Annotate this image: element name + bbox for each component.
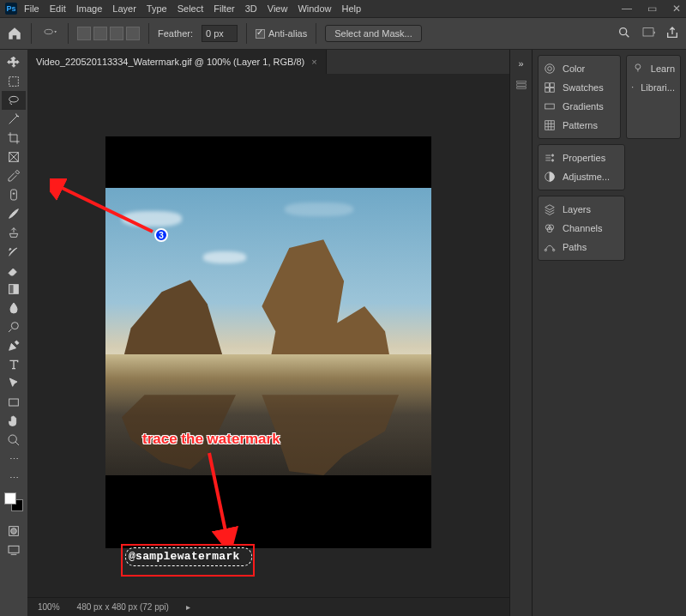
dodge-tool[interactable]: [2, 317, 26, 336]
titlebar: Ps File Edit Image Layer Type Select Fil…: [0, 0, 686, 17]
right-panel-dock: Color Swatches Gradients Patterns Learn …: [532, 50, 686, 616]
menu-edit[interactable]: Edit: [50, 3, 66, 14]
canvas-area[interactable]: 3 trace the watermark @samplewatermark: [27, 74, 509, 597]
search-icon[interactable]: [617, 26, 631, 42]
share-icon[interactable]: [665, 26, 679, 42]
status-bar: 100% 480 px x 480 px (72 ppi) ▸: [27, 597, 509, 616]
options-bar: Feather: Anti-alias Select and Mask...: [0, 17, 686, 50]
edit-toolbar[interactable]: ⋯: [2, 468, 26, 487]
svg-rect-8: [9, 285, 14, 294]
svg-rect-10: [9, 399, 19, 406]
window-close-icon[interactable]: ✕: [672, 3, 681, 15]
panel-properties[interactable]: Properties: [544, 148, 619, 167]
panel-gradients[interactable]: Gradients: [544, 97, 615, 116]
eyedropper-tool[interactable]: [2, 166, 26, 185]
panel-channels[interactable]: Channels: [544, 219, 619, 238]
window-minimize-icon[interactable]: —: [622, 3, 632, 15]
document-tab[interactable]: Video_220520113334_Watermark.gif @ 100% …: [27, 50, 327, 74]
marquee-tool[interactable]: [2, 72, 26, 91]
panel-layers[interactable]: Layers: [544, 200, 619, 219]
svg-point-1: [620, 27, 627, 34]
quickmask-toggle[interactable]: [2, 522, 26, 541]
foreground-background-colors[interactable]: [4, 492, 23, 511]
svg-point-28: [635, 64, 641, 69]
svg-rect-3: [9, 77, 19, 87]
tools-panel: ⋯ ⋯: [0, 50, 27, 616]
menu-3d[interactable]: 3D: [245, 3, 257, 14]
type-tool[interactable]: [2, 355, 26, 374]
app-logo: Ps: [5, 3, 17, 15]
menu-view[interactable]: View: [268, 3, 288, 14]
selection-mode-subtract[interactable]: [110, 27, 123, 40]
svg-rect-17: [516, 81, 526, 82]
svg-point-4: [9, 96, 19, 102]
feather-input[interactable]: [202, 25, 238, 42]
selection-mode-intersect[interactable]: [126, 27, 140, 40]
eraser-tool[interactable]: [2, 261, 26, 280]
menu-filter[interactable]: Filter: [214, 3, 234, 14]
history-brush-tool[interactable]: [2, 242, 26, 261]
zoom-tool[interactable]: [2, 431, 26, 450]
magic-wand-tool[interactable]: [2, 110, 26, 129]
hand-tool[interactable]: [2, 412, 26, 431]
menu-select[interactable]: Select: [178, 3, 204, 14]
path-selection-tool[interactable]: [2, 374, 26, 393]
svg-rect-19: [516, 87, 526, 88]
panel-strip-expand-icon[interactable]: »: [518, 58, 523, 69]
menu-bar[interactable]: File Edit Image Layer Type Select Filter…: [24, 3, 361, 14]
selection-mode-add[interactable]: [93, 27, 107, 40]
panel-swatches[interactable]: Swatches: [544, 78, 615, 97]
panel-patterns[interactable]: Patterns: [544, 116, 615, 135]
step-marker: 3: [154, 228, 168, 242]
svg-rect-27: [545, 121, 555, 130]
move-tool[interactable]: [2, 53, 26, 72]
healing-brush-tool[interactable]: [2, 185, 26, 204]
panel-libraries[interactable]: Librari...: [632, 78, 675, 97]
chevron-right-icon[interactable]: ▸: [186, 602, 190, 612]
menu-window[interactable]: Window: [298, 3, 331, 14]
workspace-icon[interactable]: [641, 26, 655, 42]
doc-info[interactable]: 480 px x 480 px (72 ppi): [77, 602, 169, 612]
zoom-level[interactable]: 100%: [38, 602, 60, 612]
antialias-checkbox[interactable]: Anti-alias: [256, 28, 307, 39]
svg-rect-29: [632, 87, 634, 88]
annotation-instruction: trace the watermark: [142, 431, 280, 448]
select-and-mask-button[interactable]: Select and Mask...: [325, 25, 422, 42]
rectangle-tool[interactable]: [2, 393, 26, 412]
menu-image[interactable]: Image: [76, 3, 103, 14]
panel-adjustments[interactable]: Adjustme...: [544, 167, 619, 186]
svg-rect-22: [545, 83, 550, 88]
brush-tool[interactable]: [2, 204, 26, 223]
frame-tool[interactable]: [2, 148, 26, 166]
svg-point-13: [11, 528, 17, 534]
svg-rect-14: [9, 546, 19, 553]
history-panel-icon[interactable]: [515, 79, 527, 91]
home-button[interactable]: [7, 23, 22, 44]
svg-rect-2: [643, 27, 653, 35]
menu-help[interactable]: Help: [342, 3, 362, 14]
pen-tool[interactable]: [2, 336, 26, 355]
close-tab-icon[interactable]: ×: [311, 57, 316, 67]
document-canvas[interactable]: [105, 136, 431, 548]
collapsed-panel-strip: »: [509, 50, 532, 616]
selection-mode-group: [77, 27, 140, 40]
panel-color[interactable]: Color: [544, 59, 615, 78]
document-tab-bar: Video_220520113334_Watermark.gif @ 100% …: [27, 50, 509, 74]
tool-preset-dropdown[interactable]: [40, 23, 59, 44]
selection-mode-new[interactable]: [77, 27, 91, 40]
gradient-tool[interactable]: [2, 280, 26, 299]
screenmode-toggle[interactable]: [2, 541, 26, 559]
more-tools[interactable]: ⋯: [2, 450, 26, 468]
lasso-tool[interactable]: [2, 91, 26, 110]
svg-point-11: [9, 435, 16, 443]
crop-tool[interactable]: [2, 129, 26, 148]
blur-tool[interactable]: [2, 299, 26, 317]
menu-file[interactable]: File: [24, 3, 39, 14]
menu-type[interactable]: Type: [147, 3, 167, 14]
panel-paths[interactable]: Paths: [544, 238, 619, 257]
panel-learn[interactable]: Learn: [632, 59, 675, 78]
clone-stamp-tool[interactable]: [2, 223, 26, 242]
window-restore-icon[interactable]: ▭: [647, 3, 657, 15]
menu-layer[interactable]: Layer: [112, 3, 136, 14]
svg-rect-23: [551, 83, 555, 88]
